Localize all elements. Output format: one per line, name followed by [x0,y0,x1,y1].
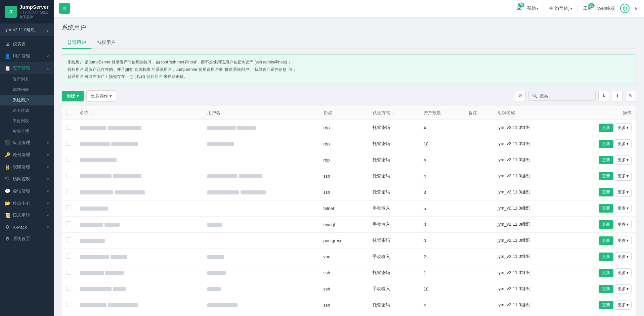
sidebar-item-asset-mgmt[interactable]: 📋 资产管理 ∧ [0,62,54,74]
more-button[interactable]: 更多 ▾ [615,220,632,229]
sidebar-item-user-mgmt[interactable]: 👤 用户管理 ∨ [0,50,54,62]
cell-org: jym_v2.11.0组织 [493,232,564,249]
tab-privileged-user[interactable]: 特权用户 [91,37,121,49]
sidebar-subitem-system-user[interactable]: 系统用户 [0,95,54,105]
update-button[interactable]: 更新 [599,301,613,309]
upload-button[interactable]: ⬆ [612,91,622,101]
cell-remark [464,265,493,281]
sidebar-subitem-asset-list[interactable]: 资产列表 [0,74,54,85]
cell-remark [464,120,493,136]
cell-auth: 托管密码 [369,120,419,136]
chevron-down-icon: ▾ [627,238,629,243]
asset-icon: 📋 [5,65,10,71]
update-button[interactable]: 更新 [599,156,613,164]
sidebar-item-x-pack[interactable]: ⚙ X-Pack ∨ [0,221,54,233]
filter-icon: ⚙ [518,93,522,98]
sidebar-subitem-label-mgmt[interactable]: 标签管理 [0,126,54,137]
col-actions: 操作 [564,106,636,120]
more-button[interactable]: 更多 ▾ [615,252,632,261]
row-select-checkbox[interactable] [66,270,71,275]
update-button[interactable]: 更新 [599,285,613,293]
update-button[interactable]: 更新 [599,236,613,245]
mail-button[interactable]: ✉ 26 [517,5,522,12]
more-button[interactable]: 更多 ▾ [615,301,632,310]
update-button[interactable]: 更新 [599,220,613,229]
more-button[interactable]: 更多 ▾ [615,172,632,181]
row-checkbox [62,232,76,249]
sidebar-item-audit-log[interactable]: 📜 日志审计 ∨ [0,209,54,221]
cell-org: jym_v2.11.0组织 [493,216,564,232]
tab-normal-user[interactable]: 普通用户 [62,37,91,49]
more-button[interactable]: 更多 ▾ [615,188,632,197]
power-button[interactable]: ⏻ [620,4,630,13]
sidebar-logo: J JumpServer FIT2CLOUD飞致云 旗下品牌 [0,0,54,24]
update-button[interactable]: 更新 [599,140,613,148]
more-button[interactable]: 更多 ▾ [615,123,632,132]
content-area: 系统用户 普通用户 特权用户 系统用户 是JumpServer 登录资产时使用的… [54,17,644,316]
lang-button[interactable]: 中文(简体) ▾ [549,5,572,11]
more-button[interactable]: 更多 ▾ [615,268,632,277]
more-button[interactable]: 更多 ▾ [615,284,632,294]
search-box[interactable]: 🔍 [528,91,596,101]
sidebar-item-work-center[interactable]: 📂 作业中心 ∨ [0,197,54,209]
more-button[interactable]: 更多 ▾ [615,155,632,165]
more-button[interactable]: 更多 ▾ [615,236,632,245]
row-select-checkbox[interactable] [66,141,71,146]
sidebar-subitem-domain-list[interactable]: 网域列表 [0,85,54,95]
row-select-checkbox[interactable] [66,237,71,242]
update-button[interactable]: 更新 [599,172,613,180]
sidebar-item-permission-mgmt[interactable]: 🔒 权限管理 ∨ [0,161,54,173]
sidebar-subitem-platform-list[interactable]: 平台列表 [0,116,54,126]
sidebar-item-access-control[interactable]: 🛡 访问控制 ∨ [0,173,54,185]
update-button[interactable]: 更新 [599,204,613,213]
sort-icon[interactable]: ↕ [90,111,92,115]
row-select-checkbox[interactable] [66,254,71,259]
row-select-checkbox[interactable] [66,221,71,226]
help-button[interactable]: 帮助 ▾ [527,5,538,11]
cell-name [76,297,203,313]
action-group: 更新 更多 ▾ [568,188,632,197]
menu-button[interactable]: ≡ [59,3,70,14]
org-selector[interactable]: jym_v2.11.0组织 ∨ [0,24,54,37]
row-select-checkbox[interactable] [66,205,71,210]
select-all-checkbox[interactable] [66,110,71,115]
more-actions-button[interactable]: 更多操作 ▾ [86,90,116,102]
cell-remark [464,249,493,265]
cell-name [76,168,203,184]
more-button[interactable]: 更多 ▾ [615,139,632,148]
sidebar-item-app-mgmt[interactable]: ⬛ 应用管理 ∨ [0,137,54,149]
sidebar-item-system-settings[interactable]: ⚙ 系统设置 [0,233,54,245]
cell-actions: 更新 更多 ▾ [564,281,636,297]
row-select-checkbox[interactable] [66,302,71,307]
cell-remark [464,313,493,316]
create-button[interactable]: 创建 ▾ [62,91,84,101]
row-select-checkbox[interactable] [66,189,71,194]
refresh-button[interactable]: ↻ [625,91,636,101]
logo-text: JumpServer FIT2CLOUD飞致云 旗下品牌 [19,4,49,19]
update-button[interactable]: 更新 [599,188,613,196]
tool-button[interactable]: 工单 25 [583,5,592,11]
search-input[interactable] [540,93,590,98]
sidebar-subitem-cmd-filter[interactable]: 命令过滤 [0,105,54,116]
web-terminal-button[interactable]: Web终端 [597,5,615,11]
row-select-checkbox[interactable] [66,286,71,291]
row-select-checkbox[interactable] [66,125,71,130]
user-button[interactable]: Ie [635,6,639,11]
row-select-checkbox[interactable] [66,157,71,162]
cell-asset-count: 0 [420,216,464,232]
update-button[interactable]: 更新 [599,253,613,261]
download-button[interactable]: ⬇ [598,91,609,101]
cell-org: jym_v2.11.0组织 [493,313,564,316]
sidebar-item-session-mgmt[interactable]: 💬 会话管理 ∨ [0,185,54,197]
row-select-checkbox[interactable] [66,173,71,178]
filter-button[interactable]: ⚙ [515,91,526,101]
privileged-user-link[interactable]: 特权用户 [146,74,163,79]
page-title: 系统用户 [62,24,636,32]
update-button[interactable]: 更新 [599,269,613,277]
update-button[interactable]: 更新 [599,124,613,132]
sort-icon[interactable]: ↕ [392,111,394,115]
sidebar-item-dashboard[interactable]: ⊞ 仪表盘 [0,38,54,50]
more-button[interactable]: 更多 ▾ [615,204,632,213]
cell-username [203,216,319,232]
sidebar-item-account-mgmt[interactable]: 🔑 账号管理 ∨ [0,149,54,161]
